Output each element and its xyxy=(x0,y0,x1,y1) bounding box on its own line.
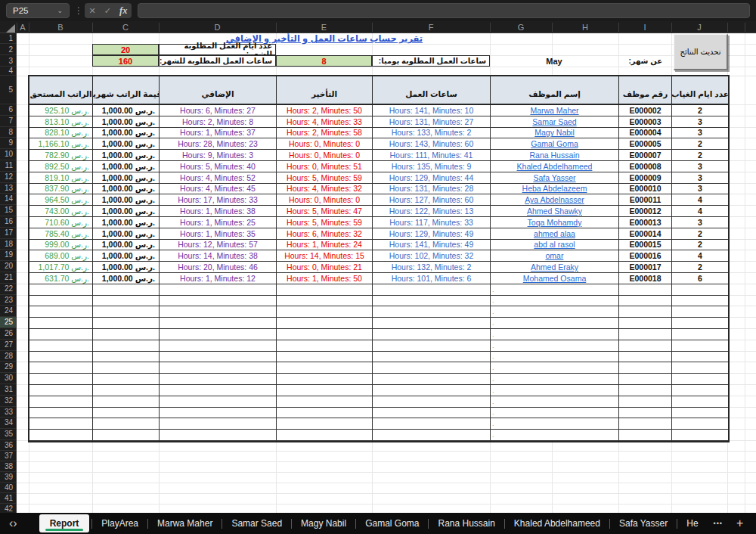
cell-employee-id[interactable]: E000003 xyxy=(619,116,672,128)
cell-empty[interactable] xyxy=(277,306,373,318)
cell-empty[interactable] xyxy=(29,396,93,408)
cell-work-hours[interactable]: Hours: 133, Minutes: 2 xyxy=(373,128,491,139)
table-header-employee-id[interactable]: رقم موظف xyxy=(619,76,672,105)
cell-delay[interactable]: Hours: 14, Minutes: 15 xyxy=(277,250,373,262)
table-header-absence-days[interactable]: عدد ايام الغياب xyxy=(672,76,728,105)
cell-empty[interactable] xyxy=(160,318,277,329)
employee-link[interactable]: Magy Nabil xyxy=(534,128,575,137)
cell-empty[interactable] xyxy=(373,430,491,441)
cell-salary-due[interactable]: 813.10 ر.س. xyxy=(29,116,93,128)
row-header-6[interactable]: 6 xyxy=(0,104,16,116)
cell-employee-id[interactable]: E000017 xyxy=(619,262,672,273)
cell-empty[interactable]: . xyxy=(491,385,619,396)
row-header-7[interactable]: 7 xyxy=(0,116,16,127)
cell-work-hours[interactable]: Hours: 111, Minutes: 41 xyxy=(373,150,491,161)
cell-work-hours[interactable]: Hours: 129, Minutes: 49 xyxy=(373,228,491,240)
cell-empty[interactable] xyxy=(373,396,491,408)
row-header-34[interactable]: 34 xyxy=(0,418,16,429)
cell-salary-monthly[interactable]: 1,000.00 ر.س. xyxy=(93,250,160,262)
cell-empty[interactable] xyxy=(29,296,93,307)
cell-empty[interactable] xyxy=(93,306,160,318)
cell-empty[interactable] xyxy=(93,340,160,352)
cell-empty[interactable] xyxy=(672,374,728,385)
cell-empty[interactable]: . xyxy=(491,362,619,374)
row-header-12[interactable]: 12 xyxy=(0,172,16,183)
row-header-22[interactable]: 22 xyxy=(0,284,16,295)
cell-delay[interactable]: Hours: 5, Minutes: 59 xyxy=(277,217,373,228)
cell-work-hours[interactable]: Hours: 143, Minutes: 60 xyxy=(373,138,491,150)
cell-empty[interactable] xyxy=(619,374,672,385)
cell-delay[interactable]: Hours: 2, Minutes: 58 xyxy=(277,128,373,139)
cell-empty[interactable]: . xyxy=(491,284,619,296)
cell-absence-days[interactable]: 3 xyxy=(672,116,728,128)
cell-work-hours[interactable]: Hours: 131, Minutes: 28 xyxy=(373,184,491,195)
row-header-1[interactable]: 1 xyxy=(0,33,16,44)
cell-empty[interactable] xyxy=(277,352,373,363)
cell-salary-due[interactable]: 819.10 ر.س. xyxy=(29,172,93,184)
row-header-40[interactable]: 40 xyxy=(0,483,16,493)
cell-empty[interactable] xyxy=(672,306,728,318)
cell-empty[interactable] xyxy=(93,374,160,385)
row-header-18[interactable]: 18 xyxy=(0,239,16,250)
cell-empty[interactable] xyxy=(373,318,491,329)
employee-link[interactable]: Ahmed Shawky xyxy=(527,206,582,216)
tabs-scroll-right-icon[interactable]: › xyxy=(13,514,17,532)
cell-empty[interactable] xyxy=(277,318,373,329)
confirm-icon[interactable]: ✓ xyxy=(104,6,111,16)
cell-empty[interactable] xyxy=(672,296,728,307)
cell-work-hours[interactable]: Hours: 101, Minutes: 6 xyxy=(373,273,491,284)
cell-empty[interactable] xyxy=(29,418,93,430)
cell-salary-due[interactable]: 1,017.70 ر.س. xyxy=(29,262,93,273)
cell-employee-name[interactable]: Aya Abdelnasser xyxy=(491,194,619,206)
column-header-B[interactable]: B xyxy=(29,21,92,33)
cell-employee-id[interactable]: E000014 xyxy=(619,228,672,240)
cell-overtime[interactable]: Hours: 4, Minutes: 45 xyxy=(160,184,277,195)
row-header-25[interactable]: 25 xyxy=(0,317,16,328)
cell-employee-id[interactable]: E000016 xyxy=(619,250,672,262)
cell-empty[interactable] xyxy=(672,408,728,419)
cell-delay[interactable]: Hours: 0, Minutes: 21 xyxy=(277,262,373,273)
table-header-employee-name[interactable]: إسم الموظف xyxy=(491,76,619,105)
cell-delay[interactable]: Hours: 2, Minutes: 50 xyxy=(277,105,373,116)
row-header-30[interactable]: 30 xyxy=(0,373,16,384)
row-header-41[interactable]: 41 xyxy=(0,493,16,504)
work-days-label-cell[interactable]: عدد ايام العمل المطلوبة للشهر: xyxy=(159,44,276,55)
row-header-31[interactable]: 31 xyxy=(0,384,16,396)
cell-work-hours[interactable]: Hours: 129, Minutes: 44 xyxy=(373,172,491,184)
cell-absence-days[interactable]: 2 xyxy=(672,138,728,150)
row-header-27[interactable]: 27 xyxy=(0,340,16,351)
cell-empty[interactable] xyxy=(373,362,491,374)
column-header-D[interactable]: D xyxy=(159,21,276,33)
cell-overtime[interactable]: Hours: 1, Minutes: 37 xyxy=(160,128,277,139)
row-header-35[interactable]: 35 xyxy=(0,429,16,440)
cell-salary-due[interactable]: 964.50 ر.س. xyxy=(29,194,93,206)
row-header-24[interactable]: 24 xyxy=(0,306,16,317)
cell-salary-monthly[interactable]: 1,000.00 ر.س. xyxy=(93,128,160,139)
cell-empty[interactable] xyxy=(277,418,373,430)
cell-empty[interactable] xyxy=(29,329,93,340)
cell-absence-days[interactable]: 3 xyxy=(672,172,728,184)
cell-empty[interactable] xyxy=(93,318,160,329)
cell-salary-due[interactable]: 710.60 ر.س. xyxy=(29,217,93,228)
cell-overtime[interactable]: Hours: 1, Minutes: 12 xyxy=(160,273,277,284)
cell-employee-id[interactable]: E000010 xyxy=(619,184,672,195)
cell-salary-due[interactable]: 837.90 ر.س. xyxy=(29,184,93,195)
cell-empty[interactable] xyxy=(29,352,93,363)
cell-employee-id[interactable]: E000018 xyxy=(619,273,672,284)
cell-empty[interactable] xyxy=(672,396,728,408)
cell-salary-monthly[interactable]: 1,000.00 ر.س. xyxy=(93,138,160,150)
cell-absence-days[interactable]: 6 xyxy=(672,273,728,284)
cell-work-hours[interactable]: Hours: 132, Minutes: 2 xyxy=(373,262,491,273)
cell-empty[interactable] xyxy=(277,284,373,296)
cell-empty[interactable] xyxy=(373,408,491,419)
cell-work-hours[interactable]: Hours: 127, Minutes: 60 xyxy=(373,194,491,206)
cell-employee-name[interactable]: Samar Saed xyxy=(491,116,619,128)
cell-overtime[interactable]: Hours: 1, Minutes: 25 xyxy=(160,217,277,228)
cell-empty[interactable] xyxy=(93,352,160,363)
employee-link[interactable]: Heba Abdelazeem xyxy=(522,184,587,193)
cell-salary-due[interactable]: 1,166.10 ر.س. xyxy=(29,138,93,150)
row-header-39[interactable]: 39 xyxy=(0,472,16,483)
row-header-11[interactable]: 11 xyxy=(0,160,16,172)
cell-overtime[interactable]: Hours: 6, Minutes: 27 xyxy=(160,105,277,116)
column-header-I[interactable]: I xyxy=(618,21,671,33)
